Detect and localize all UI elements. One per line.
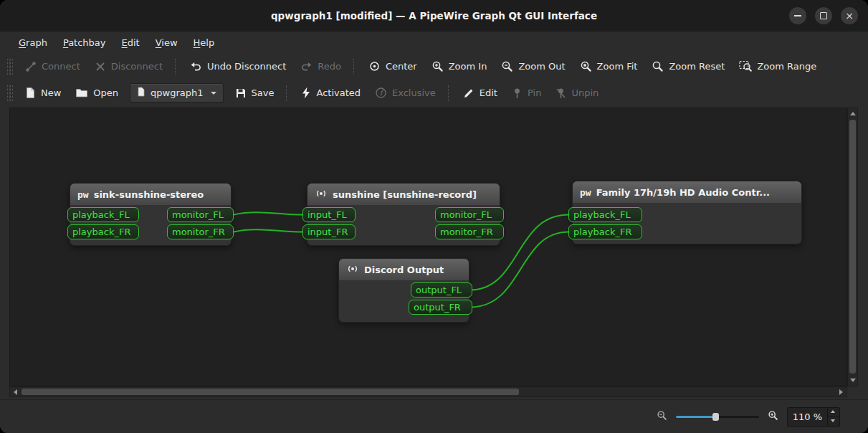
- zoom-in-button[interactable]: Zoom In: [425, 56, 494, 77]
- close-button[interactable]: ×: [841, 7, 858, 24]
- zoom-out-button[interactable]: Zoom Out: [495, 56, 571, 77]
- center-button[interactable]: Center: [362, 56, 424, 77]
- node-header[interactable]: pw Family 17h/19h HD Audio Contr...: [573, 181, 801, 203]
- node-header[interactable]: sunshine [sunshine-record]: [307, 184, 500, 205]
- node-header[interactable]: pw sink-sunshine-stereo: [70, 184, 231, 205]
- menu-patchbay[interactable]: Patchbay: [56, 34, 113, 51]
- spinbox-buttons: [827, 408, 839, 426]
- zoom-reset-button[interactable]: Zoom Reset: [645, 56, 731, 77]
- spin-up-button[interactable]: [828, 408, 839, 417]
- port-family-playback-fl[interactable]: playback_FL: [568, 207, 642, 222]
- window-title: qpwgraph1 [modified] — A PipeWire Graph …: [271, 10, 597, 22]
- activated-label: Activated: [316, 87, 361, 98]
- port-sunshine-input-fl[interactable]: input_FL: [302, 207, 356, 222]
- zoom-reset-icon: [652, 60, 664, 72]
- port-sunshine-monitor-fl[interactable]: monitor_FL: [435, 207, 504, 222]
- redo-button: Redo: [294, 57, 348, 77]
- zoom-slider-handle[interactable]: [712, 413, 719, 421]
- undo-button[interactable]: Undo Disconnect: [183, 57, 292, 77]
- horizontal-scrollbar-thumb[interactable]: [22, 389, 519, 395]
- zoom-fit-icon: [580, 60, 592, 72]
- redo-label: Redo: [318, 61, 341, 72]
- port-discord-output-fl[interactable]: output_FL: [411, 282, 472, 298]
- chevron-down-icon: [211, 92, 216, 95]
- zoom-fit-button[interactable]: Zoom Fit: [573, 56, 644, 77]
- connection-monitorFR-inputFR[interactable]: [234, 229, 302, 232]
- disconnect-button: Disconnect: [88, 57, 169, 77]
- menubar: Graph Patchbay Edit View Help: [0, 32, 868, 54]
- scrollbar-corner: [847, 386, 858, 397]
- undo-icon: [190, 61, 202, 72]
- redo-icon: [300, 61, 313, 72]
- titlebar: qpwgraph1 [modified] — A PipeWire Graph …: [0, 0, 868, 32]
- new-file-icon: [25, 87, 36, 99]
- activated-toggle[interactable]: Activated: [295, 82, 367, 103]
- scroll-up-arrow[interactable]: [850, 112, 856, 115]
- session-file-icon: [137, 87, 146, 99]
- zoom-range-button[interactable]: Zoom Range: [733, 56, 823, 77]
- minimize-icon: [794, 15, 801, 16]
- scroll-left-arrow[interactable]: [14, 389, 17, 395]
- center-icon: [368, 60, 381, 72]
- port-family-playback-fr[interactable]: playback_FR: [568, 224, 642, 239]
- unpin-label: Unpin: [571, 87, 598, 98]
- port-sink-playback-fl[interactable]: playback_FL: [67, 207, 139, 222]
- disconnect-label: Disconnect: [111, 61, 163, 72]
- vertical-scrollbar-thumb[interactable]: [849, 120, 856, 373]
- exclusive-toggle: f Exclusive: [368, 82, 442, 103]
- horizontal-scrollbar[interactable]: [9, 386, 847, 397]
- zoom-slider[interactable]: [676, 411, 759, 422]
- lightning-icon: [301, 87, 311, 99]
- audio-record-icon: [346, 263, 359, 277]
- session-combobox-value: qpwgraph1: [151, 87, 203, 98]
- pin-label: Pin: [528, 87, 541, 98]
- toolbar-separator: [353, 59, 356, 75]
- zoom-in-mini-icon[interactable]: [768, 410, 778, 423]
- close-icon: ×: [845, 11, 854, 21]
- connections-layer: [10, 108, 847, 386]
- audio-record-icon: [315, 188, 328, 201]
- pencil-icon: [463, 87, 474, 99]
- spin-down-button[interactable]: [828, 417, 839, 426]
- port-sink-playback-fr[interactable]: playback_FR: [67, 224, 139, 239]
- connect-icon: [25, 61, 37, 72]
- menu-view[interactable]: View: [148, 34, 185, 51]
- connection-monitorFL-inputFL[interactable]: [234, 212, 302, 214]
- port-sunshine-input-fr[interactable]: input_FR: [302, 224, 356, 239]
- zoom-value[interactable]: 110 %: [788, 408, 827, 426]
- node-header[interactable]: Discord Output: [339, 259, 469, 280]
- menu-help[interactable]: Help: [186, 34, 222, 51]
- menu-graph[interactable]: Graph: [11, 34, 54, 51]
- save-button[interactable]: Save: [229, 83, 281, 103]
- connect-label: Connect: [42, 61, 80, 72]
- main-area: pw sink-sunshine-stereo sunshine [sunshi…: [0, 106, 868, 399]
- toolbar-drag-handle[interactable]: [7, 85, 13, 101]
- spin-down-icon: [831, 419, 835, 422]
- graph-canvas[interactable]: pw sink-sunshine-stereo sunshine [sunshi…: [9, 108, 847, 386]
- port-discord-output-fr[interactable]: output_FR: [409, 300, 472, 315]
- port-sink-monitor-fl[interactable]: monitor_FL: [167, 207, 234, 222]
- maximize-button[interactable]: [815, 7, 832, 24]
- scroll-right-arrow[interactable]: [839, 389, 843, 395]
- node-title: Discord Output: [364, 265, 444, 275]
- session-combobox[interactable]: qpwgraph1: [130, 83, 223, 103]
- node-title: sunshine [sunshine-record]: [333, 189, 477, 200]
- toolbar-drag-handle[interactable]: [7, 59, 13, 75]
- new-button[interactable]: New: [19, 82, 67, 103]
- scroll-down-arrow[interactable]: [850, 379, 856, 382]
- zoom-range-icon: [739, 60, 752, 72]
- zoom-out-mini-icon[interactable]: [657, 410, 667, 423]
- maximize-icon: [820, 12, 827, 19]
- edit-button[interactable]: Edit: [457, 83, 504, 103]
- zoom-spinbox[interactable]: 110 %: [787, 407, 840, 427]
- window-controls: ×: [789, 7, 858, 24]
- port-sink-monitor-fr[interactable]: monitor_FR: [167, 224, 234, 239]
- spin-up-icon: [831, 410, 835, 413]
- zoom-in-label: Zoom In: [449, 61, 487, 72]
- open-label: Open: [93, 87, 118, 98]
- minimize-button[interactable]: [789, 7, 806, 24]
- menu-edit[interactable]: Edit: [115, 34, 147, 51]
- open-button[interactable]: Open: [69, 83, 125, 103]
- port-sunshine-monitor-fr[interactable]: monitor_FR: [435, 224, 504, 239]
- vertical-scrollbar[interactable]: [847, 108, 858, 386]
